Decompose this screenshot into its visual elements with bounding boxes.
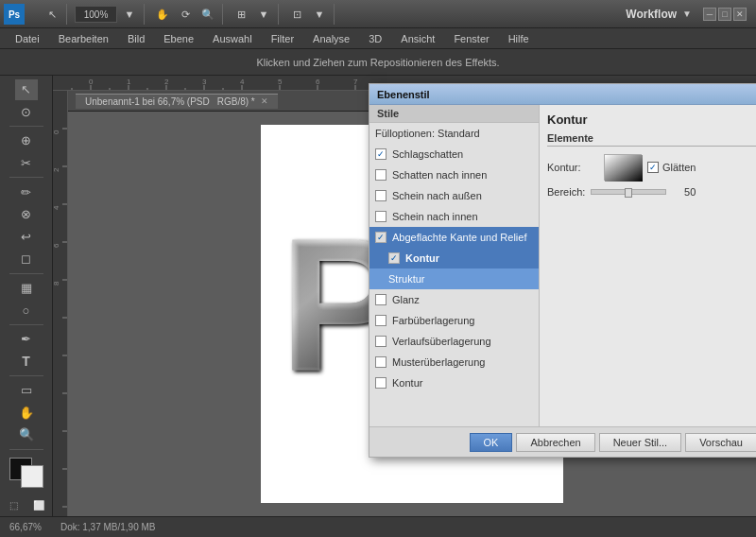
menu-analyse[interactable]: Analyse (305, 31, 357, 46)
style-farbuberlagerung[interactable]: Farbüberlagerung (369, 310, 539, 331)
workflow-label: Workflow (626, 8, 677, 21)
arr-btn[interactable]: ▼ (253, 4, 274, 25)
kontur-preview[interactable] (604, 154, 642, 181)
kontur-sub-check[interactable] (388, 252, 400, 264)
farbuberlagerung-check[interactable] (375, 315, 387, 326)
svg-text:8: 8 (53, 281, 60, 286)
shape-tool[interactable]: ▭ (15, 380, 38, 401)
menu-datei[interactable]: Datei (8, 31, 47, 46)
kontur-bottom-check[interactable] (375, 377, 387, 389)
verlaufs-label: Verlaufsüberlagerung (392, 336, 491, 347)
menu-ebene[interactable]: Ebene (156, 31, 201, 46)
glaetten-checkbox[interactable] (647, 162, 659, 173)
dodge-tool[interactable]: ○ (15, 300, 38, 320)
zoom-status: 66,67% (9, 522, 42, 532)
menu-ansicht[interactable]: Ansicht (393, 31, 442, 46)
tool-group-move: ↖ (38, 4, 67, 25)
hand-tool-btn[interactable]: ✋ (152, 4, 173, 25)
style-schlagschatten[interactable]: Schlagschatten (369, 144, 539, 165)
path-tool[interactable]: ✒ (15, 329, 38, 350)
style-kontur-bottom[interactable]: Kontur (369, 372, 539, 393)
dialog-title-text: Ebenenstil (377, 89, 430, 100)
menu-hilfe[interactable]: Hilfe (501, 31, 537, 46)
style-schein-nach-innen[interactable]: Schein nach innen (369, 206, 539, 227)
crop-tool[interactable]: ⊕ (15, 130, 38, 151)
stamp-tool[interactable]: ⊗ (15, 204, 38, 225)
vorschau-button[interactable]: Vorschau (685, 433, 756, 452)
extra-btn2[interactable]: ▼ (309, 4, 330, 25)
hand-tool2[interactable]: ✋ (15, 402, 38, 423)
move-tool-btn[interactable]: ↖ (42, 4, 62, 25)
glanz-check[interactable] (375, 294, 387, 305)
schein-nach-innen-label: Schein nach innen (392, 211, 478, 222)
tool-separator-5 (9, 375, 43, 376)
schatten-nach-innen-check[interactable] (375, 169, 387, 181)
close-btn[interactable]: ✕ (733, 8, 747, 21)
style-fuelloptionen[interactable]: Fülloptionen: Standard (369, 123, 539, 144)
menu-3d[interactable]: 3D (361, 31, 389, 46)
style-kontur-sub[interactable]: Kontur (369, 248, 539, 268)
brush-tool[interactable]: ✏ (15, 182, 38, 202)
lasso-tool[interactable]: ⊙ (15, 102, 38, 123)
schlagschatten-label: Schlagschatten (392, 148, 463, 160)
doc-tab-close[interactable]: ✕ (261, 96, 268, 106)
glaetten-row: Glätten (647, 162, 696, 173)
style-abgeflachte-kante[interactable]: Abgeflachte Kante und Relief (369, 227, 539, 248)
text-tool[interactable]: T (15, 351, 38, 372)
mode-icons: ⬚ ⬜ (3, 494, 50, 516)
schein-nach-aussen-check[interactable] (375, 190, 387, 201)
dropdown-icon[interactable]: ▼ (682, 9, 692, 19)
ok-button[interactable]: OK (470, 433, 513, 452)
context-toolbar: Klicken und Ziehen zum Repositionieren d… (0, 49, 756, 76)
color-boxes[interactable] (9, 458, 43, 488)
svg-text:1: 1 (127, 78, 131, 86)
screen-mode-btn[interactable]: ⬜ (27, 494, 50, 516)
style-schatten-nach-innen[interactable]: Schatten nach innen (369, 165, 539, 185)
style-schein-nach-aussen[interactable]: Schein nach außen (369, 185, 539, 206)
verlaufs-check[interactable] (375, 336, 387, 347)
menu-filter[interactable]: Filter (264, 31, 301, 46)
style-verlaufs[interactable]: Verlaufsüberlagerung (369, 331, 539, 352)
menu-fenster[interactable]: Fenster (446, 31, 496, 46)
schein-nach-innen-check[interactable] (375, 211, 387, 222)
doc-tab-title: Unbenannt-1 bei 66,7% (PSD (85, 96, 210, 107)
abbrechen-button[interactable]: Abbrechen (516, 433, 594, 452)
grid-btn[interactable]: ⊞ (231, 4, 251, 25)
bereich-slider[interactable] (591, 189, 666, 195)
eraser-tool[interactable]: ◻ (15, 249, 38, 269)
kontur-form-row: Kontur: Gl (547, 154, 756, 181)
tool-separator-3 (9, 273, 43, 274)
select-tool[interactable]: ↖ (15, 79, 38, 100)
background-color[interactable] (21, 465, 43, 488)
muster-check[interactable] (375, 356, 387, 368)
measure-tool[interactable]: ✂ (15, 153, 38, 174)
extra-btn[interactable]: ⊡ (286, 4, 307, 25)
quick-mask-btn[interactable]: ⬚ (3, 494, 26, 516)
abgeflachte-kante-check[interactable] (375, 232, 387, 243)
history-tool[interactable]: ↩ (15, 226, 38, 247)
zoom-down-btn[interactable]: ▼ (119, 4, 140, 25)
maximize-btn[interactable]: □ (718, 8, 731, 21)
style-muster[interactable]: Musterüberlagerung (369, 352, 539, 372)
neue-stil-button[interactable]: Neuer Stil... (599, 433, 681, 452)
menu-bild[interactable]: Bild (120, 31, 152, 46)
zoom-tool2[interactable]: 🔍 (15, 424, 38, 445)
doc-tab-item[interactable]: Unbenannt-1 bei 66,7% (PSD RGB/8) * ✕ (76, 94, 278, 109)
minimize-btn[interactable]: ─ (703, 8, 716, 21)
tool-separator-2 (9, 177, 43, 178)
fuelloptionen-label: Fülloptionen: Standard (375, 128, 480, 139)
menu-auswahl[interactable]: Auswahl (205, 31, 260, 46)
menu-bearbeiten[interactable]: Bearbeiten (51, 31, 116, 46)
gradient-tool[interactable]: ▦ (15, 278, 38, 299)
zoom-tool-btn[interactable]: 🔍 (198, 4, 218, 25)
svg-rect-48 (605, 155, 643, 182)
schlagschatten-check[interactable] (375, 148, 387, 160)
ps-icon: Ps (4, 4, 25, 25)
style-struktur-sub[interactable]: Struktur (369, 268, 539, 289)
left-panel: ↖ ⊙ ⊕ ✂ ✏ ⊗ ↩ ◻ ▦ ○ ✒ T ▭ ✋ 🔍 ⬚ ⬜ (0, 76, 53, 516)
rotate-tool-btn[interactable]: ⟳ (175, 4, 196, 25)
svg-text:5: 5 (278, 78, 283, 86)
bereich-row: Bereich: 50 (547, 186, 756, 198)
style-glanz[interactable]: Glanz (369, 289, 539, 310)
svg-text:0: 0 (89, 78, 94, 86)
